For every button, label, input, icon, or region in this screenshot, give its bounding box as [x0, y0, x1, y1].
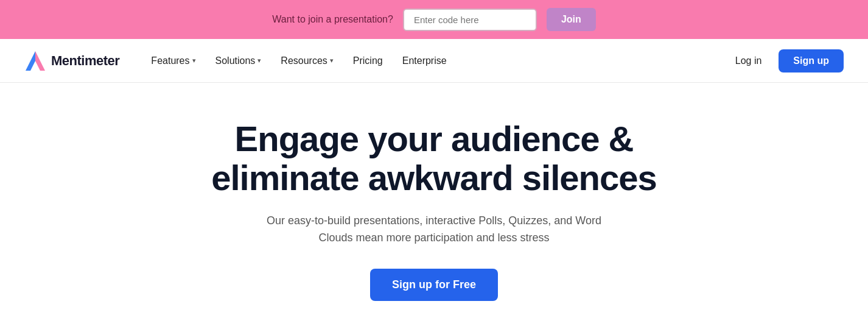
signup-button[interactable]: Sign up — [779, 49, 844, 73]
resources-chevron-icon: ▾ — [330, 57, 334, 65]
mentimeter-logo-icon — [24, 50, 46, 72]
nav-item-pricing[interactable]: Pricing — [346, 51, 390, 71]
login-button[interactable]: Log in — [728, 51, 769, 71]
nav-features-label: Features — [151, 55, 189, 66]
top-banner: Want to join a presentation? Join — [0, 0, 868, 39]
hero-subtitle: Our easy-to-build presentations, interac… — [257, 212, 611, 247]
nav-links: Features ▾ Solutions ▾ Resources ▾ Prici… — [144, 51, 453, 71]
banner-text: Want to join a presentation? — [272, 14, 393, 25]
hero-section: Engage your audience & eliminate awkward… — [0, 83, 868, 329]
logo-link[interactable]: Mentimeter — [24, 50, 119, 72]
nav-item-resources[interactable]: Resources ▾ — [273, 51, 340, 71]
code-input[interactable] — [403, 9, 537, 31]
solutions-chevron-icon: ▾ — [257, 57, 261, 65]
logo-text: Mentimeter — [51, 53, 119, 69]
navbar-right: Log in Sign up — [728, 49, 844, 73]
hero-title: Engage your audience & eliminate awkward… — [160, 119, 708, 197]
nav-item-enterprise[interactable]: Enterprise — [395, 51, 454, 71]
nav-item-features[interactable]: Features ▾ — [144, 51, 203, 71]
navbar-left: Mentimeter Features ▾ Solutions ▾ Resour… — [24, 50, 454, 72]
join-button[interactable]: Join — [547, 8, 596, 31]
nav-enterprise-label: Enterprise — [402, 55, 447, 66]
nav-item-solutions[interactable]: Solutions ▾ — [208, 51, 269, 71]
nav-resources-label: Resources — [281, 55, 327, 66]
hero-cta-button[interactable]: Sign up for Free — [370, 269, 498, 301]
navbar: Mentimeter Features ▾ Solutions ▾ Resour… — [0, 39, 868, 83]
features-chevron-icon: ▾ — [192, 57, 196, 65]
nav-solutions-label: Solutions — [215, 55, 256, 66]
nav-pricing-label: Pricing — [353, 55, 383, 66]
